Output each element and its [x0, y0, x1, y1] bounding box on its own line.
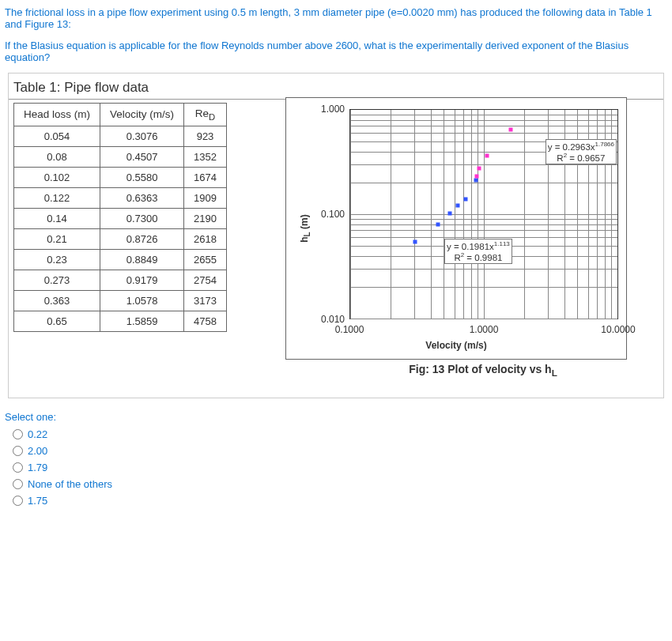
table-cell: 2655	[184, 249, 227, 270]
table-cell: 1674	[184, 167, 227, 187]
xtick: 0.1000	[335, 324, 364, 335]
table-cell: 0.8849	[100, 249, 184, 270]
table-cell: 1.0578	[100, 290, 184, 311]
question-line-2: If the Blasius equation is applicable fo…	[0, 33, 672, 66]
table-cell: 923	[184, 126, 227, 146]
data-point	[448, 211, 452, 215]
radio-input[interactable]	[13, 429, 23, 439]
table-row: 0.080.45071352	[14, 146, 227, 167]
xtick: 10.0000	[601, 324, 635, 335]
table-cell: 3173	[184, 290, 227, 311]
table-cell: 0.8726	[100, 228, 184, 249]
table-cell: 0.122	[14, 187, 100, 208]
table-title: Table 1: Pipe flow data	[9, 74, 663, 100]
table-row: 0.3631.05783173	[14, 290, 227, 311]
table-row: 0.210.87262618	[14, 228, 227, 249]
answer-option[interactable]: 1.75	[5, 492, 667, 509]
table-row: 0.0540.3076923	[14, 126, 227, 146]
answer-block: Select one: 0.222.001.79None of the othe…	[0, 405, 672, 525]
radio-input[interactable]	[13, 496, 23, 506]
table-cell: 1909	[184, 187, 227, 208]
radio-input[interactable]	[13, 479, 23, 489]
table-cell: 0.08	[14, 146, 100, 167]
table-cell: 2618	[184, 228, 227, 249]
table-cell: 0.5580	[100, 167, 184, 187]
ytick: 0.100	[310, 209, 345, 220]
chart-area: 1.000 0.100 0.010 0.1000 1.0000 10.0000 …	[285, 97, 627, 360]
answer-option[interactable]: 1.79	[5, 459, 667, 476]
fit-annotation-low: y = 0.1981x1.113 R2 = 0.9981	[444, 239, 512, 264]
table-cell: 0.21	[14, 228, 100, 249]
ytick: 1.000	[310, 104, 345, 115]
table-cell: 0.6363	[100, 187, 184, 208]
pipe-flow-table: Head loss (m) Velocity (m/s) ReD 0.0540.…	[13, 103, 227, 332]
table-cell: 0.273	[14, 270, 100, 290]
table-row: 0.651.58594758	[14, 311, 227, 331]
table-cell: 2754	[184, 270, 227, 290]
table-cell: 0.4507	[100, 146, 184, 167]
option-label: 0.22	[28, 428, 47, 440]
fit-annotation-high: y = 0.2963x1.7866 R2 = 0.9657	[546, 139, 617, 164]
table-cell: 0.102	[14, 167, 100, 187]
content-block: Table 1: Pipe flow data Head loss (m) Ve…	[8, 73, 664, 398]
th-headloss: Head loss (m)	[14, 104, 100, 126]
radio-input[interactable]	[13, 446, 23, 456]
data-point	[413, 240, 417, 244]
table-cell: 2190	[184, 208, 227, 228]
table-row: 0.2730.91792754	[14, 270, 227, 290]
table-cell: 1352	[184, 146, 227, 167]
table-cell: 4758	[184, 311, 227, 331]
data-point	[474, 179, 478, 183]
table-cell: 0.14	[14, 208, 100, 228]
question-line-1: The frictional loss in a pipe flow exper…	[0, 0, 672, 33]
option-label: 1.79	[28, 462, 47, 473]
table-row: 0.230.88492655	[14, 249, 227, 270]
ytick: 0.010	[310, 314, 345, 325]
data-point	[477, 167, 481, 171]
x-axis-label: Velocity (m/s)	[425, 340, 486, 351]
chart-figure: 1.000 0.100 0.010 0.1000 1.0000 10.0000 …	[285, 97, 633, 398]
data-point	[475, 175, 479, 179]
data-point	[455, 203, 459, 207]
select-prompt: Select one:	[5, 411, 667, 423]
answer-option[interactable]: 0.22	[5, 426, 667, 443]
option-label: 2.00	[28, 445, 47, 457]
xtick: 1.0000	[470, 324, 499, 335]
radio-input[interactable]	[13, 462, 23, 473]
table-row: 0.140.73002190	[14, 208, 227, 228]
answer-option[interactable]: 2.00	[5, 443, 667, 459]
data-point	[508, 127, 512, 131]
data-point	[436, 222, 440, 226]
table-cell: 0.23	[14, 249, 100, 270]
table-cell: 0.363	[14, 290, 100, 311]
table-row: 0.1020.55801674	[14, 167, 227, 187]
table-cell: 0.054	[14, 126, 100, 146]
table-row: 0.1220.63631909	[14, 187, 227, 208]
th-velocity: Velocity (m/s)	[100, 104, 184, 126]
option-label: None of the others	[28, 478, 112, 490]
y-axis-label: hL (m)	[299, 214, 311, 242]
answer-option[interactable]: None of the others	[5, 476, 667, 492]
table-cell: 0.7300	[100, 208, 184, 228]
data-point	[463, 197, 467, 201]
table-cell: 1.5859	[100, 311, 184, 331]
table-cell: 0.9179	[100, 270, 184, 290]
data-point	[485, 154, 489, 158]
table-cell: 0.3076	[100, 126, 184, 146]
chart-caption: Fig: 13 Plot of velocity vs hL	[333, 363, 633, 378]
th-re: ReD	[184, 104, 227, 126]
table-cell: 0.65	[14, 311, 100, 331]
option-label: 1.75	[28, 495, 47, 507]
